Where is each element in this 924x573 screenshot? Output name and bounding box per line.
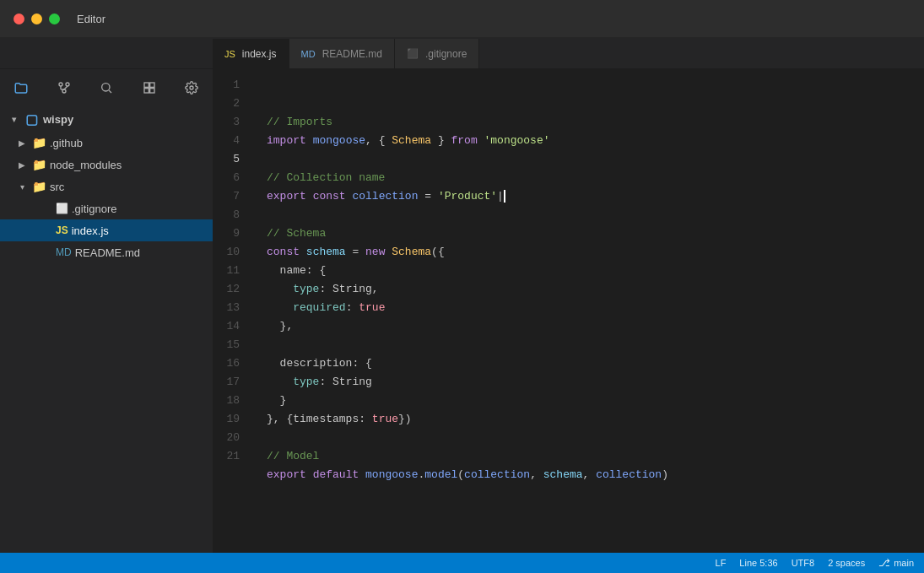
code-line-15: type: String bbox=[267, 373, 924, 392]
code-line-11: required: true bbox=[267, 299, 924, 317]
code-line-17: }, {timestamps: true}) bbox=[267, 410, 924, 429]
sidebar-item-readme[interactable]: ▶ MD README.md bbox=[0, 241, 213, 263]
github-chevron-icon: ▶ bbox=[15, 136, 29, 149]
statusbar-encoding[interactable]: UTF8 bbox=[792, 558, 815, 568]
line-number-1: 1 bbox=[213, 76, 253, 95]
code-line-20: export default mongoose.model(collection… bbox=[267, 466, 924, 484]
encoding-label: UTF8 bbox=[792, 558, 815, 568]
maximize-button[interactable] bbox=[49, 14, 60, 24]
editor[interactable]: 123456789101112131415161718192021 // Imp… bbox=[213, 69, 924, 553]
line-number-4: 4 bbox=[213, 132, 253, 150]
line-number-13: 13 bbox=[213, 299, 253, 317]
line-number-20: 20 bbox=[213, 429, 253, 447]
line-col-label: Line 5:36 bbox=[739, 558, 777, 568]
code-line-4: // Collection name bbox=[267, 169, 924, 187]
svg-rect-11 bbox=[149, 89, 154, 93]
sidebar-item-label: .github bbox=[50, 137, 83, 149]
svg-rect-9 bbox=[149, 83, 154, 87]
extensions-icon[interactable] bbox=[140, 78, 159, 97]
code-area: 123456789101112131415161718192021 // Imp… bbox=[213, 69, 924, 553]
statusbar-eol[interactable]: LF bbox=[716, 558, 727, 568]
code-line-7: // Schema bbox=[267, 224, 924, 243]
line-number-11: 11 bbox=[213, 262, 253, 280]
minimize-button[interactable] bbox=[31, 14, 42, 24]
line-number-19: 19 bbox=[213, 410, 253, 429]
svg-point-12 bbox=[190, 86, 193, 89]
statusbar-branch[interactable]: ⎇ main bbox=[878, 557, 914, 569]
sidebar-item-label: src bbox=[50, 181, 64, 193]
tab-readme-md[interactable]: MD README.md bbox=[289, 39, 395, 68]
sidebar-item-label: README.md bbox=[75, 246, 140, 259]
tab-index-js[interactable]: JS index.js bbox=[213, 39, 289, 68]
line-number-16: 16 bbox=[213, 354, 253, 373]
close-button[interactable] bbox=[14, 14, 24, 24]
line-number-7: 7 bbox=[213, 187, 253, 206]
sidebar-item-label: .gitignore bbox=[72, 203, 116, 215]
folder-icon[interactable] bbox=[12, 78, 30, 97]
gitignore-file-icon: ⬜ bbox=[56, 203, 68, 214]
sidebar-item-src[interactable]: ▾ 📁 src bbox=[0, 176, 213, 197]
svg-rect-10 bbox=[144, 89, 149, 93]
sidebar-root[interactable]: ▾ ▢ wispy bbox=[0, 106, 213, 132]
sidebar-item-github[interactable]: ▶ 📁 .github bbox=[0, 132, 213, 154]
branch-icon: ⎇ bbox=[878, 557, 890, 569]
line-number-8: 8 bbox=[213, 206, 253, 224]
js-file-icon: JS bbox=[224, 49, 235, 59]
code-line-3 bbox=[267, 150, 924, 169]
src-chevron-icon: ▾ bbox=[15, 180, 29, 193]
svg-line-5 bbox=[64, 86, 68, 89]
sidebar-content: ▾ ▢ wispy ▶ 📁 .github ▶ 📁 node_modules ▾… bbox=[0, 106, 213, 553]
statusbar-line-col[interactable]: Line 5:36 bbox=[739, 558, 777, 568]
sidebar-toolbar bbox=[0, 69, 213, 106]
github-folder-icon: 📁 bbox=[32, 136, 46, 149]
code-line-13 bbox=[267, 336, 924, 354]
code-line-19: // Model bbox=[267, 447, 924, 466]
sidebar-item-index-js[interactable]: ▶ JS index.js bbox=[0, 219, 213, 241]
line-number-17: 17 bbox=[213, 373, 253, 392]
sidebar-item-label: node_modules bbox=[50, 159, 122, 171]
tab-gitignore[interactable]: ⬛ .gitignore bbox=[395, 39, 479, 68]
eol-label: LF bbox=[716, 558, 727, 568]
code-line-1: // Imports bbox=[267, 113, 924, 132]
code-line-12: }, bbox=[267, 317, 924, 336]
search-icon[interactable] bbox=[97, 78, 116, 97]
statusbar-spaces[interactable]: 2 spaces bbox=[828, 558, 865, 568]
git-file-icon: ⬛ bbox=[407, 48, 419, 59]
main-area: ▾ ▢ wispy ▶ 📁 .github ▶ 📁 node_modules ▾… bbox=[0, 69, 924, 553]
code-content[interactable]: // Importsimport mongoose, { Schema } fr… bbox=[253, 69, 924, 553]
code-line-9: name: { bbox=[267, 262, 924, 280]
line-number-3: 3 bbox=[213, 113, 253, 132]
app-title: Editor bbox=[77, 13, 105, 25]
settings-icon[interactable] bbox=[182, 78, 201, 97]
line-number-12: 12 bbox=[213, 280, 253, 299]
root-chevron: ▾ bbox=[7, 112, 20, 126]
root-label: wispy bbox=[43, 113, 73, 126]
git-icon[interactable] bbox=[55, 78, 73, 97]
indexjs-file-icon: JS bbox=[56, 224, 68, 236]
readme-file-icon: MD bbox=[56, 246, 72, 258]
code-line-10: type: String, bbox=[267, 280, 924, 299]
code-line-16: } bbox=[267, 392, 924, 410]
code-line-21 bbox=[267, 484, 924, 503]
svg-line-7 bbox=[109, 90, 111, 93]
line-number-5: 5 bbox=[213, 150, 253, 169]
svg-point-6 bbox=[102, 84, 110, 91]
line-number-6: 6 bbox=[213, 169, 253, 187]
svg-rect-8 bbox=[144, 83, 149, 87]
node-modules-chevron-icon: ▶ bbox=[15, 158, 29, 171]
line-number-18: 18 bbox=[213, 392, 253, 410]
spaces-label: 2 spaces bbox=[828, 558, 865, 568]
sidebar-item-label: index.js bbox=[72, 224, 109, 237]
line-number-14: 14 bbox=[213, 317, 253, 336]
titlebar: Editor bbox=[0, 0, 924, 37]
sidebar-item-gitignore-file[interactable]: ▶ ⬜ .gitignore bbox=[0, 197, 213, 219]
node-modules-folder-icon: 📁 bbox=[32, 158, 46, 171]
src-folder-icon: 📁 bbox=[32, 180, 46, 193]
tabbar: JS index.js MD README.md ⬛ .gitignore bbox=[0, 37, 924, 69]
code-line-8: const schema = new Schema({ bbox=[267, 243, 924, 262]
sidebar-item-node-modules[interactable]: ▶ 📁 node_modules bbox=[0, 154, 213, 176]
tab-label: README.md bbox=[322, 48, 382, 60]
code-line-18 bbox=[267, 429, 924, 447]
md-file-icon: MD bbox=[301, 49, 316, 59]
root-folder-icon: ▢ bbox=[25, 111, 38, 127]
